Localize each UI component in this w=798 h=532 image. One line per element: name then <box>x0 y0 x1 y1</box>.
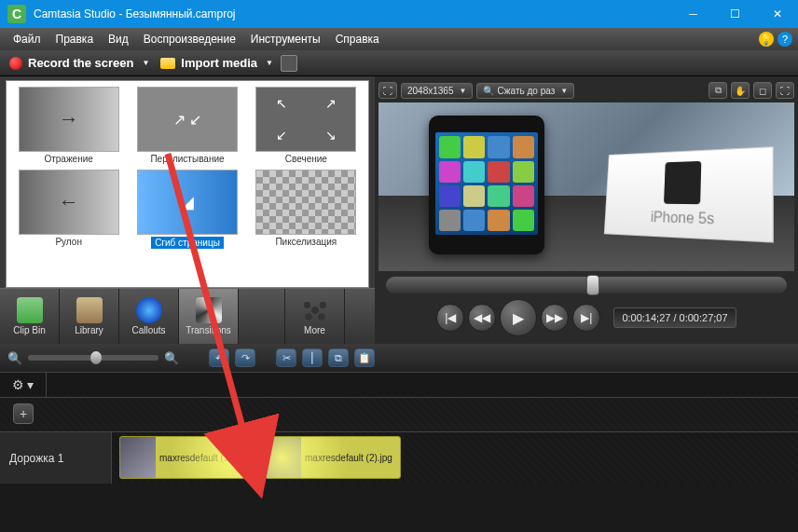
crop-icon[interactable]: ◻ <box>753 82 772 99</box>
clip-thumbnail <box>120 437 156 478</box>
timeline-settings-button[interactable]: ⚙ ▾ <box>0 372 47 398</box>
tab-callouts[interactable]: Callouts <box>119 289 179 344</box>
main-toolbar: Record the screen▼ Import media▼ <box>0 50 798 76</box>
import-media-button[interactable]: Import media▼ <box>160 56 273 70</box>
tab-transitions[interactable]: Transitions <box>179 289 239 344</box>
zoom-handle[interactable] <box>90 351 102 364</box>
timeline-toolbar: 🔍 🔍 ↶ ↷ ✂ ⎮ ⧉ 📋 <box>0 344 798 372</box>
redo-button[interactable]: ↷ <box>235 348 255 367</box>
produce-share-button[interactable] <box>281 55 297 72</box>
scrubber-handle[interactable] <box>586 275 599 295</box>
tracks-area: + Дорожка 1 maxresdefault (1). maxresdef… <box>0 398 798 484</box>
window-title: Camtasia Studio - Безымянный.camproj <box>34 7 672 20</box>
timeline: 🔍 🔍 ↶ ↷ ✂ ⎮ ⧉ 📋 ⚙ ▾ 0:00:00;000:00:05;00… <box>0 344 798 484</box>
record-screen-button[interactable]: Record the screen▼ <box>6 54 153 72</box>
transitions-grid[interactable]: → Отражение ↗ ↙ Перелистывание ↖↗↙↘ Свеч… <box>6 80 369 288</box>
add-track-button[interactable]: + <box>13 403 34 424</box>
clip-thumbnail <box>266 437 301 478</box>
menu-play[interactable]: Воспроизведение <box>136 31 243 48</box>
copy-button[interactable]: ⧉ <box>328 348 349 367</box>
transition-marker[interactable] <box>250 442 267 473</box>
window-titlebar: C Camtasia Studio - Безымянный.camproj ─… <box>0 0 798 28</box>
zoom-out-icon[interactable]: 🔍 <box>7 351 22 365</box>
play-button[interactable]: ▶ <box>500 299 537 336</box>
transition-item[interactable]: Пикселизация <box>250 170 363 249</box>
folder-icon <box>160 58 175 69</box>
transition-item[interactable]: ← Рулон <box>12 170 125 249</box>
timeline-ruler[interactable]: ⚙ ▾ 0:00:00;000:00:05;000:00:10;000:00:1… <box>0 372 798 398</box>
preview-shrink-button[interactable]: 🔍 Сжать до раз▼ <box>476 83 574 99</box>
timeline-clip[interactable]: maxresdefault (1). <box>119 436 252 479</box>
track-lane[interactable]: maxresdefault (1). maxresdefault (2).jpg <box>112 431 798 484</box>
cut-button[interactable]: ✂ <box>276 348 296 367</box>
timeline-clip[interactable]: maxresdefault (2).jpg <box>265 436 401 479</box>
record-icon <box>9 57 22 70</box>
menu-file[interactable]: Файл <box>6 31 48 48</box>
minimize-button[interactable]: ─ <box>672 0 714 28</box>
iphone-box-graphic: iPhone 5s <box>604 146 774 243</box>
transition-item[interactable]: ↖↗↙↘ Свечение <box>250 87 363 164</box>
step-back-button[interactable]: ◀◀ <box>468 304 496 332</box>
editing-dimensions-icon[interactable]: ⛶ <box>378 82 397 99</box>
track-row: Дорожка 1 maxresdefault (1). maxresdefau… <box>0 431 798 484</box>
menu-edit[interactable]: Правка <box>48 31 102 48</box>
next-clip-button[interactable]: ▶| <box>572 304 600 332</box>
preview-canvas[interactable]: iPhone 5s <box>378 102 794 271</box>
preview-panel: ⛶ 2048x1365▼ 🔍 Сжать до раз▼ ⧉ ✋ ◻ ⛶ <box>375 76 798 344</box>
split-button[interactable]: ⎮ <box>302 348 323 367</box>
time-display: 0:00:14;27 / 0:00:27;07 <box>613 307 736 328</box>
phone-graphic <box>429 116 545 253</box>
menu-help[interactable]: Справка <box>328 31 387 48</box>
media-panel: → Отражение ↗ ↙ Перелистывание ↖↗↙↘ Свеч… <box>0 76 375 344</box>
transition-item-selected[interactable]: ◢ Сгиб страницы <box>131 170 243 249</box>
paste-button[interactable]: 📋 <box>354 348 375 367</box>
tab-library[interactable]: Library <box>60 289 119 344</box>
maximize-button[interactable]: ☐ <box>714 0 756 28</box>
detach-preview-icon[interactable]: ⧉ <box>709 82 727 99</box>
zoom-slider[interactable] <box>28 355 158 361</box>
preview-scrubber[interactable] <box>386 277 787 293</box>
help-icon[interactable]: ? <box>777 32 792 47</box>
track-header[interactable]: Дорожка 1 <box>0 431 112 484</box>
preview-toolbar: ⛶ 2048x1365▼ 🔍 Сжать до раз▼ ⧉ ✋ ◻ ⛶ <box>378 82 794 99</box>
tab-divider <box>239 289 285 344</box>
zoom-in-icon[interactable]: 🔍 <box>164 351 179 365</box>
menu-view[interactable]: Вид <box>101 31 136 48</box>
preview-dimensions-button[interactable]: 2048x1365▼ <box>401 83 473 99</box>
bulb-icon[interactable]: 💡 <box>759 32 774 47</box>
transition-item[interactable]: ↗ ↙ Перелистывание <box>131 87 243 164</box>
menu-bar: Файл Правка Вид Воспроизведение Инструме… <box>0 28 798 50</box>
play-controls: |◀ ◀◀ ▶ ▶▶ ▶| 0:00:14;27 / 0:00:27;07 <box>378 295 794 340</box>
transition-item[interactable]: → Отражение <box>12 87 125 164</box>
undo-button[interactable]: ↶ <box>209 348 229 367</box>
menu-tools[interactable]: Инструменты <box>243 31 328 48</box>
prev-clip-button[interactable]: |◀ <box>436 304 464 332</box>
app-logo-icon: C <box>7 5 26 23</box>
step-forward-button[interactable]: ▶▶ <box>541 304 569 332</box>
tab-clip-bin[interactable]: Clip Bin <box>0 289 60 344</box>
fullscreen-icon[interactable]: ⛶ <box>776 82 794 99</box>
close-button[interactable]: ✕ <box>756 0 798 28</box>
tab-more[interactable]: More <box>285 289 345 344</box>
pan-icon[interactable]: ✋ <box>731 82 750 99</box>
category-tabs: Clip Bin Library Callouts Transitions Mo… <box>0 288 375 344</box>
help-icons: 💡 ? <box>759 32 792 47</box>
